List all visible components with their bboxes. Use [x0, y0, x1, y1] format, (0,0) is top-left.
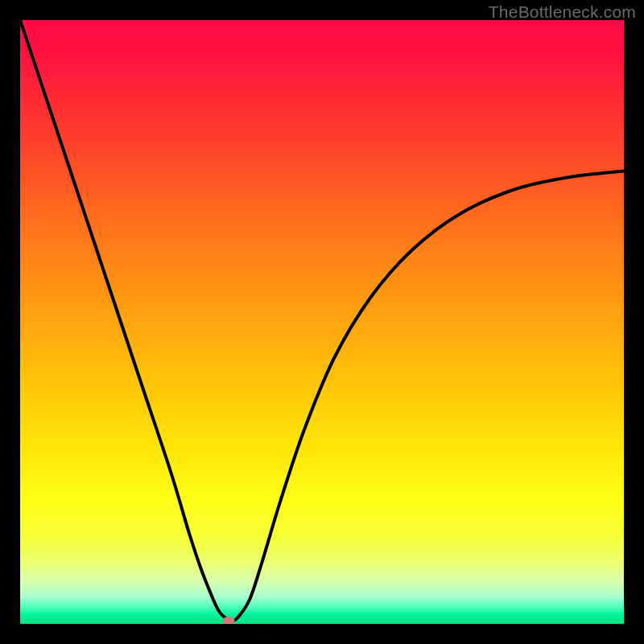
bottleneck-curve [20, 20, 624, 624]
attribution-label: TheBottleneck.com [489, 2, 636, 22]
optimal-point-marker [222, 617, 234, 624]
chart-frame: TheBottleneck.com [0, 0, 644, 644]
plot-area [20, 20, 624, 624]
